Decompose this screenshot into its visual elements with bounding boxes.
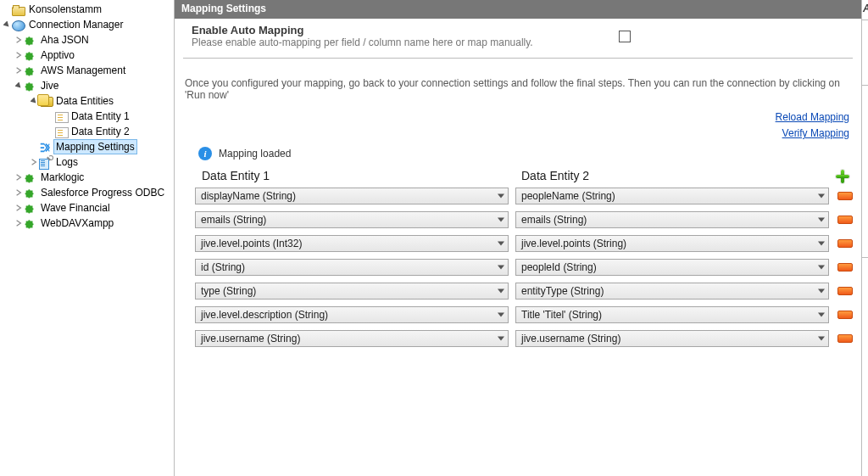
chevron-down-icon: [818, 266, 825, 270]
panel-title-text: Mapping Settings: [181, 3, 266, 14]
tree-item-data-entity-1[interactable]: Data Entity 1: [2, 109, 174, 124]
tree-item-aha-json[interactable]: Aha JSON: [2, 32, 174, 48]
remove-mapping-button[interactable]: [837, 263, 853, 272]
enable-auto-mapping-checkbox[interactable]: [619, 31, 631, 42]
tree-item-salesforce-progress-odbc[interactable]: Salesforce Progress ODBC: [2, 185, 174, 200]
mapping-row: displayName (String)peopleName (String): [195, 188, 853, 204]
chevron-down-icon: [818, 337, 825, 341]
chevron-down-icon: [818, 218, 825, 222]
entity1-field-dropdown[interactable]: type (String): [195, 283, 509, 300]
chevron-right-icon[interactable]: [14, 172, 24, 182]
puzzle-icon: [24, 203, 37, 215]
entity1-field-dropdown[interactable]: jive.username (String): [195, 330, 509, 347]
chevron-right-icon[interactable]: [14, 35, 24, 45]
chevron-down-icon[interactable]: [14, 81, 24, 91]
tree-label: Connection Manager: [27, 18, 125, 31]
chevron-down-icon[interactable]: [2, 20, 12, 30]
dropdown-value: jive.username (String): [521, 333, 620, 344]
tree-label: Aha JSON: [39, 33, 91, 47]
puzzle-icon: [24, 172, 37, 184]
tree-label: WebDAVXampp: [39, 216, 115, 230]
file-icon: [55, 112, 69, 123]
entity1-field-dropdown[interactable]: id (String): [195, 259, 509, 276]
remove-mapping-button[interactable]: [837, 287, 853, 295]
puzzle-icon: [24, 188, 37, 199]
verify-mapping-link[interactable]: Verify Mapping: [175, 126, 849, 142]
dropdown-value: emails (String): [521, 214, 587, 226]
tree-item-data-entities[interactable]: Data Entities: [2, 93, 174, 109]
database-icon: [40, 97, 53, 107]
entity1-field-dropdown[interactable]: jive.level.description (String): [195, 306, 509, 323]
dropdown-value: jive.level.points (Int32): [201, 238, 302, 249]
mapping-status-text: Mapping loaded: [219, 148, 291, 160]
entity2-field-dropdown[interactable]: entityType (String): [515, 283, 829, 300]
dropdown-value: displayName (String): [201, 190, 296, 202]
tree-item-marklogic[interactable]: Marklogic: [2, 170, 174, 185]
reload-mapping-link[interactable]: Reload Mapping: [175, 109, 849, 126]
panel-title: Mapping Settings: [175, 0, 861, 19]
tree-label: Salesforce Progress ODBC: [39, 186, 166, 199]
tree-item-webdavxampp[interactable]: WebDAVXampp: [2, 216, 174, 231]
chevron-right-icon[interactable]: [14, 65, 24, 76]
mapping-row: jive.level.points (Int32)jive.level.poin…: [195, 235, 853, 252]
dropdown-value: emails (String): [201, 214, 266, 226]
puzzle-icon: [24, 81, 37, 92]
chevron-right-icon[interactable]: [14, 188, 24, 198]
tree-item-apptivo[interactable]: Apptivo: [2, 48, 174, 63]
chevron-down-icon: [498, 242, 504, 246]
entity1-field-dropdown[interactable]: displayName (String): [195, 188, 509, 204]
chevron-down-icon: [818, 194, 825, 199]
tree-label: Marklogic: [39, 171, 86, 184]
mapping-row: emails (String)emails (String): [195, 211, 853, 228]
puzzle-icon: [24, 218, 37, 230]
chevron-right-icon[interactable]: [29, 157, 39, 167]
chevron-down-icon: [498, 313, 504, 317]
dropdown-value: peopleName (String): [521, 190, 615, 202]
entity2-field-dropdown[interactable]: jive.username (String): [515, 330, 829, 347]
add-mapping-button[interactable]: [835, 169, 850, 184]
puzzle-icon: [24, 35, 37, 47]
entity2-field-dropdown[interactable]: peopleName (String): [515, 188, 829, 204]
dropdown-value: entityType (String): [521, 285, 604, 297]
tree-item-wave-financial[interactable]: Wave Financial: [2, 200, 174, 216]
entity2-field-dropdown[interactable]: Title 'Titel' (String): [515, 306, 829, 323]
tree-item-mapping-settings[interactable]: Mapping Settings: [2, 139, 174, 154]
tree-item-logs[interactable]: Logs: [2, 154, 174, 170]
tree-item-jive[interactable]: Jive: [2, 78, 174, 93]
tree-item-aws-management[interactable]: AWS Management: [2, 63, 174, 78]
chevron-down-icon: [498, 266, 504, 270]
entity2-field-dropdown[interactable]: emails (String): [515, 211, 829, 228]
auto-mapping-title: Enable Auto Mapping: [192, 24, 602, 36]
chevron-right-icon[interactable]: [14, 218, 24, 228]
tree-label: Data Entity 2: [70, 125, 131, 138]
tree-label: Data Entity 1: [70, 109, 131, 123]
entity1-field-dropdown[interactable]: emails (String): [195, 211, 509, 228]
remove-mapping-button[interactable]: [837, 192, 853, 200]
tree-label: Data Entities: [54, 94, 115, 108]
remove-mapping-button[interactable]: [837, 239, 853, 248]
dropdown-value: peopleId (String): [521, 261, 597, 273]
entity2-field-dropdown[interactable]: jive.level.points (String): [515, 235, 829, 252]
tree-item-data-entity-2[interactable]: Data Entity 2: [2, 124, 174, 139]
column-header-entity-2: Data Entity 2: [515, 165, 834, 188]
chevron-right-icon[interactable]: [14, 50, 24, 60]
column-header-entity-1: Data Entity 1: [195, 165, 515, 188]
chevron-right-icon[interactable]: [14, 203, 24, 213]
folder-icon: [12, 7, 25, 16]
puzzle-icon: [24, 65, 37, 77]
tree-root-konsolenstamm[interactable]: Konsolenstamm: [2, 2, 174, 17]
remove-mapping-button[interactable]: [837, 311, 853, 319]
entity1-field-dropdown[interactable]: jive.level.points (Int32): [195, 235, 509, 252]
tree-label: Wave Financial: [39, 201, 112, 215]
dropdown-value: id (String): [201, 261, 245, 273]
entity2-field-dropdown[interactable]: peopleId (String): [515, 259, 829, 276]
chevron-down-icon: [818, 242, 825, 246]
right-panel-sliver: A: [861, 0, 868, 476]
remove-mapping-button[interactable]: [837, 334, 853, 343]
dropdown-value: jive.username (String): [201, 333, 300, 344]
tree-connection-manager[interactable]: Connection Manager: [2, 17, 174, 32]
mapping-instructions: Once you configured your mapping, go bac…: [175, 59, 861, 109]
remove-mapping-button[interactable]: [837, 216, 853, 224]
auto-mapping-subtitle: Please enable auto-mapping per field / c…: [192, 36, 602, 49]
dropdown-value: jive.level.description (String): [201, 309, 328, 321]
